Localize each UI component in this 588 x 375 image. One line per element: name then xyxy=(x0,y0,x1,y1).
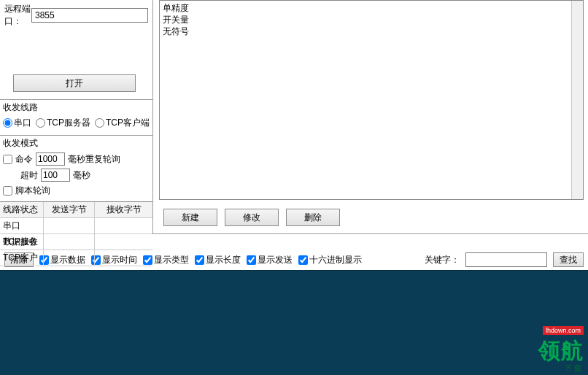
remote-port-input[interactable] xyxy=(31,8,148,23)
right-panel: 单精度 开关量 无符号 新建 修改 删除 xyxy=(153,0,588,233)
open-button[interactable]: 打开 xyxy=(13,74,136,92)
table-row: 串口 xyxy=(0,218,152,234)
list-item[interactable]: 开关量 xyxy=(163,14,580,26)
remote-port-row: 远程端口： xyxy=(0,0,152,31)
keyword-input[interactable] xyxy=(465,252,547,267)
scrollbar[interactable] xyxy=(571,1,583,199)
delete-button[interactable]: 删除 xyxy=(286,209,340,226)
cmd-checkbox[interactable] xyxy=(3,155,12,164)
table-row: TCP客户 xyxy=(0,250,152,266)
new-button[interactable]: 新建 xyxy=(163,209,217,226)
timeout-suffix: 毫秒 xyxy=(73,169,90,182)
radio-tcp-server-input[interactable] xyxy=(36,118,45,128)
status-col-3: 接收字节 xyxy=(95,202,152,217)
edit-button[interactable]: 修改 xyxy=(225,209,279,226)
remote-port-label: 远程端口： xyxy=(4,3,31,28)
show-len-check[interactable]: 显示长度 xyxy=(195,254,241,266)
poll-interval-input[interactable] xyxy=(36,152,65,166)
script-poll-checkbox[interactable] xyxy=(3,186,12,196)
list-item[interactable]: 无符号 xyxy=(163,26,580,37)
status-table: 线路状态 发送字节 接收字节 串口 TCP服务 TCP客户 xyxy=(0,201,152,266)
radio-serial[interactable]: 串口 xyxy=(3,117,31,129)
watermark: lhdown.com 领航 下载 xyxy=(538,336,584,374)
show-send-check[interactable]: 显示发送 xyxy=(247,254,293,266)
timeout-label: 超时 xyxy=(20,169,38,182)
mode-section: 收发模式 命令 毫秒重复轮询 超时 毫秒 脚本轮询 xyxy=(0,135,152,198)
radio-tcp-client-input[interactable] xyxy=(95,118,104,128)
left-panel: 远程端口： 打开 收发线路 串口 TCP服务器 TCP客户端 xyxy=(0,0,153,233)
timeout-input[interactable] xyxy=(41,169,70,182)
list-item[interactable]: 单精度 xyxy=(163,2,580,14)
type-listbox[interactable]: 单精度 开关量 无符号 xyxy=(159,0,584,200)
radio-serial-input[interactable] xyxy=(3,118,12,128)
mode-title: 收发模式 xyxy=(0,136,152,151)
route-section: 收发线路 串口 TCP服务器 TCP客户端 xyxy=(0,99,152,134)
find-button[interactable]: 查找 xyxy=(553,252,584,267)
radio-tcp-client[interactable]: TCP客户端 xyxy=(95,117,150,129)
keyword-label: 关键字： xyxy=(425,254,460,266)
watermark-badge: lhdown.com xyxy=(543,326,584,335)
cmd-label: 命令 xyxy=(15,153,33,166)
hex-check[interactable]: 十六进制显示 xyxy=(298,254,362,266)
poll-suffix: 毫秒重复轮询 xyxy=(68,153,120,166)
script-poll-label: 脚本轮询 xyxy=(15,185,50,197)
status-col-1: 线路状态 xyxy=(0,202,44,217)
radio-tcp-server[interactable]: TCP服务器 xyxy=(36,117,90,129)
status-col-2: 发送字节 xyxy=(44,202,95,217)
route-title: 收发线路 xyxy=(0,100,152,115)
table-row: TCP服务 xyxy=(0,234,152,250)
console-output: lhdown.com 领航 下载 xyxy=(0,270,588,375)
